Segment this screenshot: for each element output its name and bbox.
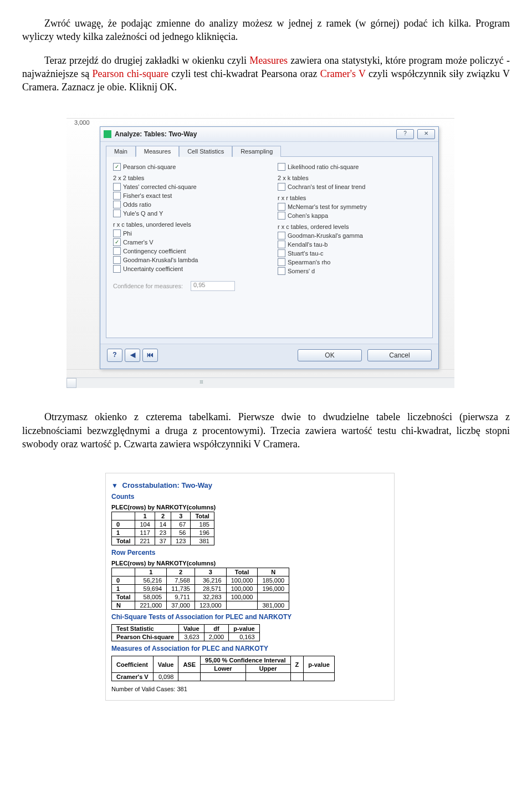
checkbox-icon bbox=[113, 256, 121, 264]
tab-cellstats[interactable]: Cell Statistics bbox=[179, 146, 232, 157]
background-spreadsheet: 3,000 Analyze: Tables: Two-Way ? ✕ Main … bbox=[66, 110, 454, 377]
checkbox-icon bbox=[278, 267, 285, 275]
meas-table: Coefficient Value ASE 95,00 % Confidence… bbox=[111, 656, 335, 681]
table-header: p-value bbox=[304, 656, 335, 673]
cell: 23 bbox=[155, 529, 171, 537]
checkbox-icon bbox=[278, 163, 285, 171]
checkbox-label: Kendall's tau-b bbox=[288, 241, 328, 248]
cell: 1 bbox=[112, 585, 135, 593]
checkbox-icon bbox=[113, 183, 121, 191]
check-icon: ✓ bbox=[113, 238, 121, 246]
table-row: 01041467185 bbox=[112, 520, 214, 529]
checkbox-icon bbox=[113, 210, 121, 217]
table-header: 3 bbox=[195, 568, 226, 576]
checkbox-yulesq[interactable]: Yule's Q and Y bbox=[113, 209, 261, 218]
cell bbox=[178, 673, 201, 681]
tab-resampling[interactable]: Resampling bbox=[232, 146, 281, 157]
cell: 100,000 bbox=[226, 585, 258, 593]
table-row: 159,69411,73528,571100,000196,000 bbox=[112, 585, 289, 593]
table-header: Value bbox=[178, 625, 204, 633]
group-2x2: 2 x 2 tables bbox=[113, 175, 261, 181]
table-header: p-value bbox=[229, 625, 260, 633]
help-icon-button[interactable]: ? bbox=[107, 349, 122, 362]
cell: 14 bbox=[155, 520, 171, 529]
checkbox-mcnemar[interactable]: McNemar's test for symmetry bbox=[278, 202, 426, 211]
checkbox-stuart[interactable]: Stuart's tau-c bbox=[278, 249, 426, 258]
cell: Cramer's V bbox=[112, 673, 154, 681]
group-rxc-unordered: r x c tables, unordered levels bbox=[113, 221, 261, 228]
checkbox-label: Pearson chi-square bbox=[123, 164, 176, 170]
results-title: ▼ Crosstabulation: Two-Way bbox=[111, 481, 388, 489]
checkbox-label: Fisher's exact test bbox=[123, 192, 172, 199]
help-button[interactable]: ? bbox=[396, 129, 414, 139]
checkbox-icon bbox=[278, 249, 285, 257]
table-row: 11172356196 bbox=[112, 529, 214, 537]
cell: 0,098 bbox=[153, 673, 178, 681]
checkbox-label: Cramer's V bbox=[123, 239, 154, 246]
cell: 100,000 bbox=[226, 593, 258, 601]
p2-cramer: Cramer's V bbox=[320, 68, 366, 79]
cell: 11,735 bbox=[167, 585, 195, 593]
checkbox-kappa[interactable]: Cohen's kappa bbox=[278, 211, 426, 220]
checkbox-label: Goodman-Kruskal's gamma bbox=[288, 232, 363, 239]
scrollbar-fragment[interactable] bbox=[66, 377, 454, 388]
cell: 221,000 bbox=[135, 601, 167, 610]
cell: 9,711 bbox=[167, 593, 195, 601]
checkbox-pearson-chisq[interactable]: ✓ Pearson chi-square bbox=[113, 162, 261, 171]
chi-table: Test Statistic Value df p-value Pearson … bbox=[111, 624, 260, 641]
checkbox-cramersv[interactable]: ✓Cramer's V bbox=[113, 238, 261, 247]
checkbox-contingency[interactable]: Contingency coefficient bbox=[113, 247, 261, 256]
tab-main[interactable]: Main bbox=[106, 146, 136, 157]
confidence-input[interactable]: 0,95 bbox=[191, 281, 235, 291]
dialog-screenshot: 3,000 Analyze: Tables: Two-Way ? ✕ Main … bbox=[66, 110, 510, 388]
cancel-button[interactable]: Cancel bbox=[367, 349, 432, 361]
checkbox-cochran[interactable]: Cochran's test of linear trend bbox=[278, 182, 426, 191]
cell: 0 bbox=[112, 520, 135, 529]
checkbox-fisher[interactable]: Fisher's exact test bbox=[113, 191, 261, 200]
checkbox-oddsratio[interactable]: Odds ratio bbox=[113, 200, 261, 209]
checkbox-gk-gamma[interactable]: Goodman-Kruskal's gamma bbox=[278, 231, 426, 240]
checkbox-kendall[interactable]: Kendall's tau-b bbox=[278, 240, 426, 249]
checkbox-label: Yule's Q and Y bbox=[123, 210, 163, 217]
checkbox-somers[interactable]: Somers' d bbox=[278, 267, 426, 275]
checkbox-icon bbox=[278, 258, 285, 266]
counts-heading: Counts bbox=[111, 493, 388, 501]
table-header-row: 1 2 3 Total N bbox=[112, 568, 289, 576]
tab-measures[interactable]: Measures bbox=[136, 146, 179, 157]
close-button[interactable]: ✕ bbox=[417, 129, 435, 139]
table-header: 95,00 % Confidence Interval bbox=[201, 656, 291, 665]
checkbox-yates[interactable]: Yates' corrected chi-square bbox=[113, 182, 261, 191]
checkbox-label: Cohen's kappa bbox=[288, 212, 328, 219]
checkbox-spearman[interactable]: Spearman's rho bbox=[278, 258, 426, 267]
meas-heading: Measures of Association for PLEC and NAR… bbox=[111, 645, 388, 652]
checkbox-icon bbox=[278, 212, 285, 220]
checkbox-phi[interactable]: Phi bbox=[113, 229, 261, 238]
cell: 196 bbox=[191, 529, 214, 537]
ok-button[interactable]: OK bbox=[298, 349, 362, 361]
checkbox-label: Yates' corrected chi-square bbox=[123, 183, 197, 190]
table-header: Coefficient bbox=[112, 656, 154, 673]
table-header bbox=[112, 568, 135, 576]
checkbox-label: Likelihood ratio chi-square bbox=[288, 164, 359, 170]
results-title-text: Crosstabulation: Two-Way bbox=[122, 481, 213, 489]
cell: 381 bbox=[191, 537, 214, 545]
cell bbox=[201, 673, 246, 681]
checkbox-likelihood[interactable]: Likelihood ratio chi-square bbox=[278, 162, 426, 171]
checkbox-uncertainty[interactable]: Uncertainty coefficient bbox=[113, 264, 261, 273]
bg-cell: 3,000 bbox=[66, 118, 454, 126]
paragraph-1: Zwróć uwagę, że podając zmienne do anali… bbox=[22, 17, 510, 44]
rowpct-table: 1 2 3 Total N 056,2167,56836,216100,0001… bbox=[111, 568, 289, 610]
chi-heading: Chi-Square Tests of Association for PLEC… bbox=[111, 613, 388, 621]
rewind-button[interactable]: ⏮ bbox=[142, 349, 158, 362]
checkbox-label: Odds ratio bbox=[123, 201, 151, 208]
back-button[interactable]: ◀ bbox=[125, 349, 140, 362]
triangle-down-icon[interactable]: ▼ bbox=[111, 482, 118, 489]
table-header: N bbox=[258, 568, 289, 576]
group-2xk: 2 x k tables bbox=[278, 175, 426, 181]
checkbox-label: McNemar's test for symmetry bbox=[288, 203, 367, 210]
table-header-row: 1 2 3 Total bbox=[112, 512, 214, 520]
checkbox-gk-lambda[interactable]: Goodman-Kruskal's lambda bbox=[113, 256, 261, 264]
checkbox-label: Cochran's test of linear trend bbox=[288, 183, 365, 190]
checkbox-label: Stuart's tau-c bbox=[288, 250, 323, 257]
checkbox-icon bbox=[113, 229, 121, 237]
